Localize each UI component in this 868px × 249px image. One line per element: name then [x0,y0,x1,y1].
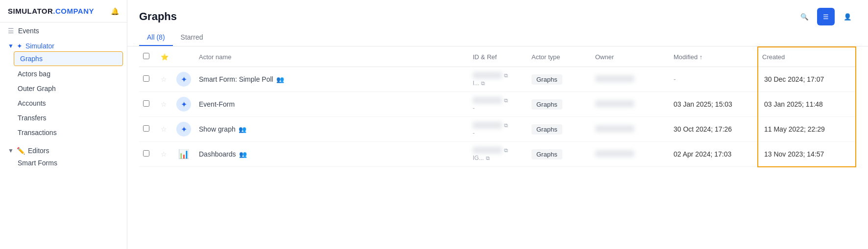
tab-all[interactable]: All (8) [139,29,173,46]
list-icon: ☰ [8,27,14,35]
pencil-icon: ✏️ [17,147,25,155]
sidebar-item-graphs[interactable]: Graphs [14,51,123,66]
row-name-1: Smart Form: Simple Poll 👥 [195,67,469,92]
id-blurred-4a [473,147,502,154]
sidebar-editors-label: Editors [28,147,49,155]
id-suffix-2: - [473,105,475,112]
row-owner-3 [591,117,670,142]
col-header-star: ⭐ [157,47,172,67]
row-type-3: Graphs [528,117,591,142]
sidebar-section-editors[interactable]: ▼ ✏️ Editors [0,144,127,156]
row-star-2[interactable]: ☆ [157,92,172,117]
col-header-created: Created [758,47,856,67]
sidebar-item-events[interactable]: ☰ Events [0,23,127,39]
sidebar-smart-forms-label: Smart Forms [18,159,57,167]
col-header-modified: Modified ↑ [670,47,758,67]
owner-blurred-1 [595,75,634,82]
sidebar-actors-bag-label: Actors bag [18,70,50,78]
row-icon-4: 📊 [172,142,195,167]
menu-button[interactable]: ☰ [817,8,835,25]
col-header-owner: Owner [591,47,670,67]
row-created-4: 13 Nov 2023; 14:57 [758,142,856,167]
copy-icon-4b[interactable]: ⧉ [486,155,490,161]
row-4-checkbox[interactable] [143,150,149,157]
graphs-table: ⭐ Actor name ID & Ref Actor type Owner [139,46,856,167]
actor-icon-1: ✦ [176,72,191,87]
row-modified-1: - [670,67,758,92]
row-owner-1 [591,67,670,92]
table-row: ☆ 📊 Dashboards 👥 [139,142,856,167]
type-badge-2: Graphs [531,99,562,110]
main-header: Graphs 🔍 ☰ 👤 [127,0,868,25]
sidebar-item-actors-bag[interactable]: Actors bag [0,67,127,81]
sidebar-transfers-label: Transfers [18,114,47,122]
sidebar-accounts-label: Accounts [18,99,46,107]
copy-icon-3a[interactable]: ⧉ [504,122,508,129]
row-type-1: Graphs [528,67,591,92]
id-blurred-1a [473,72,502,79]
main-content: Graphs 🔍 ☰ 👤 All (8) Starred [127,0,868,249]
owner-blurred-2 [595,100,634,107]
table-row: ☆ ✦ Event-Form ⧉ [139,92,856,117]
table-row: ☆ ✦ Smart Form: Simple Poll 👥 [139,67,856,92]
sidebar-item-transactions[interactable]: Transactions [0,125,127,140]
search-button[interactable]: 🔍 [796,8,813,25]
row-modified-2: 03 Jan 2025; 15:03 [670,92,758,117]
bell-icon[interactable]: 🔔 [111,7,119,15]
people-icon-4: 👥 [239,151,247,158]
row-owner-2 [591,92,670,117]
row-name-4: Dashboards 👥 [195,142,469,167]
menu-icon: ☰ [823,13,829,21]
sidebar-section-label: Simulator [25,42,54,50]
row-star-3[interactable]: ☆ [157,117,172,142]
copy-icon-1a[interactable]: ⧉ [504,72,508,79]
sidebar-item-transfers[interactable]: Transfers [0,111,127,125]
row-1-checkbox[interactable] [143,75,149,82]
row-modified-3: 30 Oct 2024; 17:26 [670,117,758,142]
row-checkbox-4 [139,142,157,167]
type-badge-4: Graphs [531,149,562,159]
simulator-icon: ✦ [17,42,23,50]
copy-icon-1b[interactable]: ⧉ [481,80,485,87]
tabs-bar: All (8) Starred [127,25,868,46]
row-id-4: ⧉ IG... ⧉ [469,142,528,167]
sidebar: SIMULATOR.COMPANY 🔔 ☰ Events ▼ ✦ Simulat… [0,0,127,249]
row-3-checkbox[interactable] [143,125,149,132]
row-created-3: 11 May 2022; 22:29 [758,117,856,142]
row-star-4[interactable]: ☆ [157,142,172,167]
table-container: ⭐ Actor name ID & Ref Actor type Owner [127,46,868,249]
id-suffix-1: I... [473,80,479,87]
row-created-2: 03 Jan 2025; 11:48 [758,92,856,117]
tab-starred[interactable]: Starred [173,29,211,46]
col-header-icon [172,47,195,67]
copy-icon-2a[interactable]: ⧉ [504,97,508,104]
id-suffix-3: - [473,130,475,136]
actor-icon-4: 📊 [176,147,191,161]
user-button[interactable]: 👤 [839,8,856,25]
sidebar-section-simulator[interactable]: ▼ ✦ Simulator [0,39,127,51]
col-header-checkbox [139,47,157,67]
row-2-checkbox[interactable] [143,100,149,107]
people-icon-3: 👥 [239,126,246,133]
copy-icon-4a[interactable]: ⧉ [504,147,508,154]
row-icon-3: ✦ [172,117,195,142]
type-badge-3: Graphs [531,124,562,135]
col-header-actor-name: Actor name [195,47,469,67]
row-id-3: ⧉ - [469,117,528,142]
select-all-checkbox[interactable] [143,53,149,59]
sidebar-item-smart-forms[interactable]: Smart Forms [0,156,127,170]
type-badge-1: Graphs [531,74,562,85]
row-id-2: ⧉ - [469,92,528,117]
col-header-id-ref: ID & Ref [469,47,528,67]
col-header-actor-type: Actor type [528,47,591,67]
sidebar-item-accounts[interactable]: Accounts [0,96,127,111]
actor-icon-2: ✦ [176,97,191,112]
row-icon-2: ✦ [172,92,195,117]
actor-icon-3: ✦ [176,122,191,136]
sidebar-item-outer-graph[interactable]: Outer Graph [0,81,127,96]
row-star-1[interactable]: ☆ [157,67,172,92]
logo-text: SIMULATOR.COMPANY [8,7,94,15]
row-id-1: ⧉ I... ⧉ [469,67,528,92]
table-row: ☆ ✦ Show graph 👥 [139,117,856,142]
row-checkbox-1 [139,67,157,92]
